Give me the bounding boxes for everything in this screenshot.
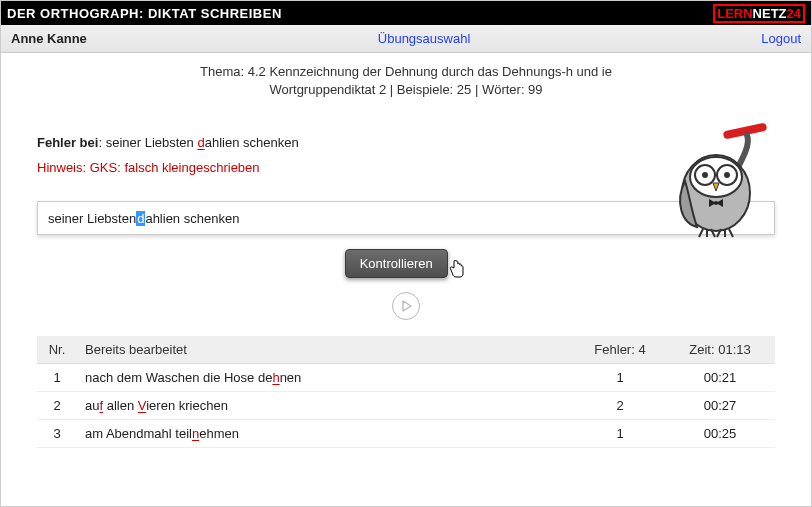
error-text-before: : seiner Liebsten [98,135,197,150]
input-selection: d [136,211,145,226]
cell-nr: 2 [37,392,77,420]
theme-line1: Thema: 4.2 Kennzeichnung der Dehnung dur… [37,63,775,81]
table-row: 3am Abendmahl teilnehmen100:25 [37,420,775,448]
error-text-after: ahlien schenken [205,135,299,150]
logo-part3: 24 [787,6,801,21]
cursor-hand-icon [449,260,465,282]
cell-nr: 1 [37,364,77,392]
exercise-select-link[interactable]: Übungsauswahl [378,31,471,46]
input-text-before: seiner Liebsten [48,211,136,226]
cell-text: nach dem Waschen die Hose dehnen [77,364,575,392]
cell-errors: 1 [575,420,665,448]
logout-link[interactable]: Logout [761,31,801,46]
col-errors: Fehler: 4 [575,336,665,364]
cell-text: am Abendmahl teilnehmen [77,420,575,448]
logo-part2: NETZ [753,6,787,21]
svg-marker-12 [403,301,411,311]
col-nr: Nr. [37,336,77,364]
play-audio-button[interactable] [392,292,420,320]
check-button[interactable]: Kontrollieren [345,249,448,278]
cell-time: 00:21 [665,364,775,392]
cell-time: 00:27 [665,392,775,420]
cell-nr: 3 [37,420,77,448]
error-label: Fehler bei [37,135,98,150]
app-header: DER ORTHOGRAPH: DIKTAT SCHREIBEN LERN NE… [1,1,811,25]
cell-time: 00:25 [665,420,775,448]
sub-bar: Anne Kanne Übungsauswahl Logout [1,25,811,53]
svg-point-11 [714,201,718,205]
col-time: Zeit: 01:13 [665,336,775,364]
theme-info: Thema: 4.2 Kennzeichnung der Dehnung dur… [37,63,775,99]
cell-errors: 2 [575,392,665,420]
theme-line2: Wortgruppendiktat 2 | Beispiele: 25 | Wö… [37,81,775,99]
svg-point-7 [724,172,730,178]
table-row: 1nach dem Waschen die Hose dehnen100:21 [37,364,775,392]
logo-part1: LERN [717,6,752,21]
table-row: 2auf allen Vieren kriechen200:27 [37,392,775,420]
svg-point-6 [702,172,708,178]
cell-text: auf allen Vieren kriechen [77,392,575,420]
col-done: Bereits bearbeitet [77,336,575,364]
error-marked-char: d [197,135,204,150]
cell-errors: 1 [575,364,665,392]
lernnetz24-logo[interactable]: LERN NETZ 24 [713,4,805,23]
input-text-after: ahlien schenken [145,211,239,226]
owl-mascot [661,121,781,244]
history-table: Nr. Bereits bearbeitet Fehler: 4 Zeit: 0… [37,336,775,448]
user-name: Anne Kanne [11,31,87,46]
app-title: DER ORTHOGRAPH: DIKTAT SCHREIBEN [7,6,282,21]
